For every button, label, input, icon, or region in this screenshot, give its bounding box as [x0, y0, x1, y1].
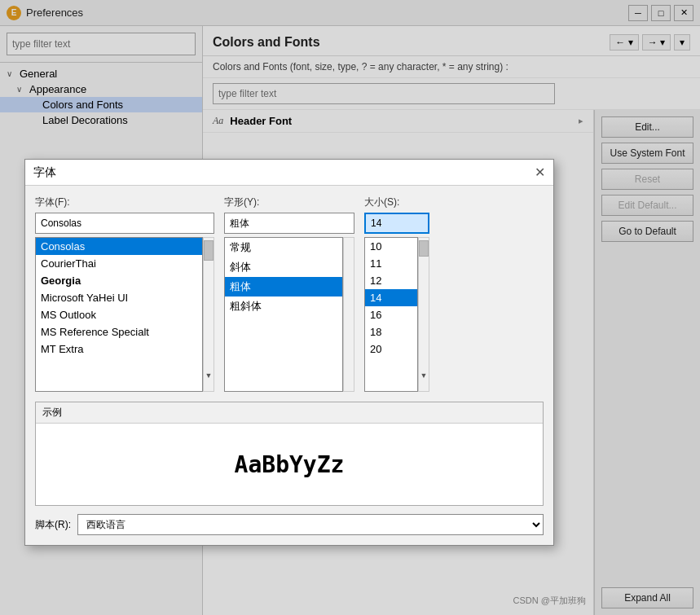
size-scrollbar[interactable]: ▼: [418, 237, 429, 392]
scroll-down-icon: ▼: [204, 371, 214, 380]
size-item-12[interactable]: 12: [365, 272, 417, 289]
preview-label: 示例: [36, 402, 543, 424]
family-item-msoutlook[interactable]: MS Outlook: [36, 306, 202, 323]
dialog-close-button[interactable]: ✕: [535, 165, 545, 180]
size-item-14[interactable]: 14: [365, 289, 417, 306]
style-item-bolditalic[interactable]: 粗斜体: [225, 297, 342, 316]
family-item-consolas[interactable]: Consolas: [36, 238, 202, 255]
size-item-16[interactable]: 16: [365, 306, 417, 323]
dialog-columns: 字体(F): Consolas CourierThai Georgia Micr…: [35, 195, 544, 392]
family-scroll-thumb: [204, 240, 214, 261]
style-list-wrap: 常规 斜体 粗体 粗斜体: [224, 237, 354, 392]
size-input[interactable]: [364, 213, 429, 234]
size-item-11[interactable]: 11: [365, 255, 417, 272]
style-input[interactable]: [224, 213, 354, 234]
size-scroll-down: ▼: [419, 371, 429, 380]
style-label: 字形(Y):: [224, 195, 354, 209]
style-scrollbar[interactable]: [343, 237, 354, 392]
font-dialog: 字体 ✕ 字体(F): Consolas CourierThai Georgia…: [24, 159, 554, 546]
size-list: 10 11 12 14 16 18 20: [364, 237, 418, 392]
family-label: 字体(F):: [35, 195, 214, 209]
family-list: Consolas CourierThai Georgia Microsoft Y…: [35, 237, 203, 392]
size-label: 大小(S):: [364, 195, 429, 209]
font-size-col: 大小(S): 10 11 12 14 16 18 20: [364, 195, 429, 392]
overlay: 字体 ✕ 字体(F): Consolas CourierThai Georgia…: [0, 0, 700, 615]
size-list-wrap: 10 11 12 14 16 18 20 ▼: [364, 237, 429, 392]
family-item-mtextra[interactable]: MT Extra: [36, 340, 202, 358]
style-item-italic[interactable]: 斜体: [225, 257, 342, 277]
dialog-title-bar: 字体 ✕: [25, 160, 553, 186]
family-item-msref[interactable]: MS Reference Specialt: [36, 323, 202, 340]
size-item-10[interactable]: 10: [365, 238, 417, 255]
script-select[interactable]: 西欧语言: [77, 514, 544, 535]
dialog-body: 字体(F): Consolas CourierThai Georgia Micr…: [25, 186, 553, 545]
family-item-courierthai[interactable]: CourierThai: [36, 255, 202, 272]
family-scrollbar[interactable]: ▼: [203, 237, 214, 392]
preview-content: AaBbYyZz: [36, 424, 543, 505]
style-item-regular[interactable]: 常规: [225, 238, 342, 257]
script-label: 脚本(R):: [35, 518, 71, 532]
font-style-col: 字形(Y): 常规 斜体 粗体 粗斜体: [224, 195, 354, 392]
font-family-col: 字体(F): Consolas CourierThai Georgia Micr…: [35, 195, 214, 392]
size-item-20[interactable]: 20: [365, 340, 417, 358]
size-item-18[interactable]: 18: [365, 323, 417, 340]
size-scroll-thumb: [419, 240, 429, 257]
family-list-wrap: Consolas CourierThai Georgia Microsoft Y…: [35, 237, 214, 392]
preview-section: 示例 AaBbYyZz: [35, 402, 544, 506]
style-list: 常规 斜体 粗体 粗斜体: [224, 237, 343, 392]
family-input[interactable]: [35, 213, 214, 234]
family-item-msyahei[interactable]: Microsoft YaHei UI: [36, 289, 202, 306]
style-item-bold[interactable]: 粗体: [225, 277, 342, 297]
script-section: 脚本(R): 西欧语言: [35, 514, 544, 535]
family-item-georgia[interactable]: Georgia: [36, 272, 202, 289]
dialog-title: 字体: [33, 165, 56, 180]
